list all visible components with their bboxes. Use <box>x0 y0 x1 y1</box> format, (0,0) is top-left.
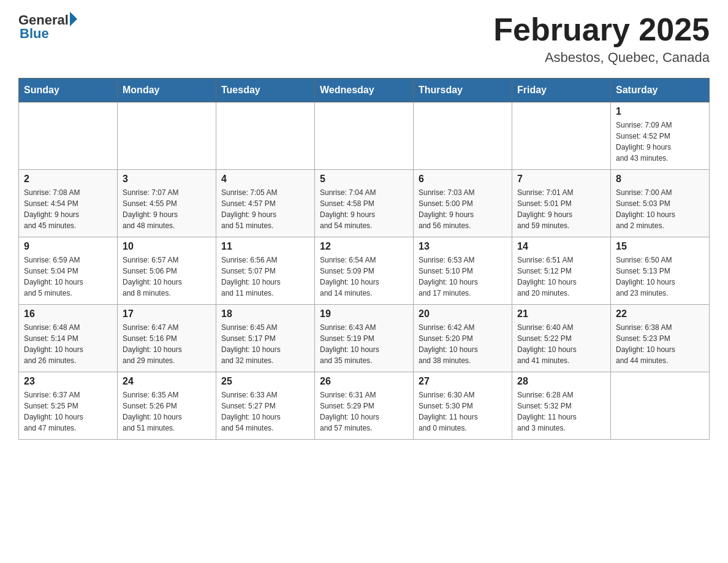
calendar-week-row-5: 23Sunrise: 6:37 AM Sunset: 5:25 PM Dayli… <box>19 372 710 440</box>
day-number: 4 <box>221 174 309 185</box>
col-wednesday: Wednesday <box>315 79 414 102</box>
calendar-cell <box>216 102 315 170</box>
day-number: 26 <box>320 376 408 387</box>
day-info: Sunrise: 6:53 AM Sunset: 5:10 PM Dayligh… <box>419 255 507 299</box>
logo-arrow-icon <box>70 12 77 26</box>
day-info: Sunrise: 7:04 AM Sunset: 4:58 PM Dayligh… <box>320 187 408 231</box>
day-info: Sunrise: 7:08 AM Sunset: 4:54 PM Dayligh… <box>24 187 112 231</box>
calendar-cell <box>512 102 611 170</box>
day-info: Sunrise: 6:37 AM Sunset: 5:25 PM Dayligh… <box>24 389 112 434</box>
calendar-cell <box>118 102 216 170</box>
day-number: 10 <box>123 241 211 252</box>
location-text: Asbestos, Quebec, Canada <box>493 50 710 66</box>
day-info: Sunrise: 6:45 AM Sunset: 5:17 PM Dayligh… <box>221 322 309 366</box>
day-number: 2 <box>24 174 112 185</box>
day-number: 19 <box>320 308 408 320</box>
month-title: February 2025 <box>493 12 710 47</box>
calendar-cell: 14Sunrise: 6:51 AM Sunset: 5:12 PM Dayli… <box>512 237 611 305</box>
day-number: 15 <box>616 241 704 252</box>
calendar-cell: 12Sunrise: 6:54 AM Sunset: 5:09 PM Dayli… <box>315 237 414 305</box>
calendar-cell: 28Sunrise: 6:28 AM Sunset: 5:32 PM Dayli… <box>512 372 611 440</box>
day-info: Sunrise: 6:35 AM Sunset: 5:26 PM Dayligh… <box>123 389 211 434</box>
day-info: Sunrise: 6:43 AM Sunset: 5:19 PM Dayligh… <box>320 322 408 366</box>
day-number: 22 <box>616 308 704 320</box>
calendar-cell: 3Sunrise: 7:07 AM Sunset: 4:55 PM Daylig… <box>118 170 216 237</box>
day-info: Sunrise: 6:42 AM Sunset: 5:20 PM Dayligh… <box>419 322 507 366</box>
day-number: 11 <box>221 241 309 252</box>
calendar-week-row-2: 2Sunrise: 7:08 AM Sunset: 4:54 PM Daylig… <box>19 170 710 237</box>
day-info: Sunrise: 6:48 AM Sunset: 5:14 PM Dayligh… <box>24 322 112 366</box>
day-number: 23 <box>24 376 112 387</box>
col-monday: Monday <box>118 79 216 102</box>
day-info: Sunrise: 6:56 AM Sunset: 5:07 PM Dayligh… <box>221 255 309 299</box>
day-info: Sunrise: 6:54 AM Sunset: 5:09 PM Dayligh… <box>320 255 408 299</box>
calendar-cell: 7Sunrise: 7:01 AM Sunset: 5:01 PM Daylig… <box>512 170 611 237</box>
calendar-cell <box>19 102 118 170</box>
day-number: 3 <box>123 174 211 185</box>
day-number: 18 <box>221 308 309 320</box>
calendar-header-row: Sunday Monday Tuesday Wednesday Thursday… <box>19 79 710 102</box>
calendar-cell: 27Sunrise: 6:30 AM Sunset: 5:30 PM Dayli… <box>414 372 512 440</box>
day-number: 28 <box>517 376 605 387</box>
day-info: Sunrise: 6:33 AM Sunset: 5:27 PM Dayligh… <box>221 389 309 434</box>
day-number: 9 <box>24 241 112 252</box>
calendar-cell: 9Sunrise: 6:59 AM Sunset: 5:04 PM Daylig… <box>19 237 118 305</box>
calendar-cell: 13Sunrise: 6:53 AM Sunset: 5:10 PM Dayli… <box>414 237 512 305</box>
calendar-cell: 1Sunrise: 7:09 AM Sunset: 4:52 PM Daylig… <box>611 102 710 170</box>
calendar-cell: 17Sunrise: 6:47 AM Sunset: 5:16 PM Dayli… <box>118 305 216 372</box>
day-info: Sunrise: 7:00 AM Sunset: 5:03 PM Dayligh… <box>616 187 704 231</box>
logo-blue-text: Blue <box>20 26 49 42</box>
calendar-cell: 25Sunrise: 6:33 AM Sunset: 5:27 PM Dayli… <box>216 372 315 440</box>
calendar-cell: 19Sunrise: 6:43 AM Sunset: 5:19 PM Dayli… <box>315 305 414 372</box>
day-number: 16 <box>24 308 112 320</box>
calendar-cell <box>414 102 512 170</box>
col-thursday: Thursday <box>414 79 512 102</box>
day-info: Sunrise: 6:31 AM Sunset: 5:29 PM Dayligh… <box>320 389 408 434</box>
day-number: 12 <box>320 241 408 252</box>
calendar-cell <box>611 372 710 440</box>
day-number: 17 <box>123 308 211 320</box>
calendar-cell <box>315 102 414 170</box>
calendar-cell: 23Sunrise: 6:37 AM Sunset: 5:25 PM Dayli… <box>19 372 118 440</box>
day-info: Sunrise: 6:50 AM Sunset: 5:13 PM Dayligh… <box>616 255 704 299</box>
day-number: 25 <box>221 376 309 387</box>
calendar-cell: 26Sunrise: 6:31 AM Sunset: 5:29 PM Dayli… <box>315 372 414 440</box>
day-info: Sunrise: 6:59 AM Sunset: 5:04 PM Dayligh… <box>24 255 112 299</box>
calendar-cell: 11Sunrise: 6:56 AM Sunset: 5:07 PM Dayli… <box>216 237 315 305</box>
calendar-cell: 24Sunrise: 6:35 AM Sunset: 5:26 PM Dayli… <box>118 372 216 440</box>
day-info: Sunrise: 6:40 AM Sunset: 5:22 PM Dayligh… <box>517 322 605 366</box>
calendar-table: Sunday Monday Tuesday Wednesday Thursday… <box>18 78 710 440</box>
calendar-cell: 2Sunrise: 7:08 AM Sunset: 4:54 PM Daylig… <box>19 170 118 237</box>
calendar-cell: 6Sunrise: 7:03 AM Sunset: 5:00 PM Daylig… <box>414 170 512 237</box>
page-header: General Blue February 2025 Asbestos, Que… <box>18 12 710 66</box>
title-block: February 2025 Asbestos, Quebec, Canada <box>493 12 710 66</box>
col-friday: Friday <box>512 79 611 102</box>
day-number: 13 <box>419 241 507 252</box>
day-info: Sunrise: 7:01 AM Sunset: 5:01 PM Dayligh… <box>517 187 605 231</box>
calendar-cell: 22Sunrise: 6:38 AM Sunset: 5:23 PM Dayli… <box>611 305 710 372</box>
day-info: Sunrise: 7:07 AM Sunset: 4:55 PM Dayligh… <box>123 187 211 231</box>
calendar-week-row-3: 9Sunrise: 6:59 AM Sunset: 5:04 PM Daylig… <box>19 237 710 305</box>
day-info: Sunrise: 6:51 AM Sunset: 5:12 PM Dayligh… <box>517 255 605 299</box>
calendar-cell: 18Sunrise: 6:45 AM Sunset: 5:17 PM Dayli… <box>216 305 315 372</box>
day-info: Sunrise: 6:57 AM Sunset: 5:06 PM Dayligh… <box>123 255 211 299</box>
calendar-cell: 4Sunrise: 7:05 AM Sunset: 4:57 PM Daylig… <box>216 170 315 237</box>
col-saturday: Saturday <box>611 79 710 102</box>
calendar-cell: 5Sunrise: 7:04 AM Sunset: 4:58 PM Daylig… <box>315 170 414 237</box>
day-number: 20 <box>419 308 507 320</box>
col-sunday: Sunday <box>19 79 118 102</box>
day-number: 14 <box>517 241 605 252</box>
day-info: Sunrise: 6:47 AM Sunset: 5:16 PM Dayligh… <box>123 322 211 366</box>
day-number: 21 <box>517 308 605 320</box>
day-info: Sunrise: 7:09 AM Sunset: 4:52 PM Dayligh… <box>616 120 704 164</box>
day-number: 6 <box>419 174 507 185</box>
day-number: 24 <box>123 376 211 387</box>
day-number: 1 <box>616 106 704 117</box>
calendar-cell: 21Sunrise: 6:40 AM Sunset: 5:22 PM Dayli… <box>512 305 611 372</box>
day-number: 27 <box>419 376 507 387</box>
calendar-cell: 15Sunrise: 6:50 AM Sunset: 5:13 PM Dayli… <box>611 237 710 305</box>
day-info: Sunrise: 6:30 AM Sunset: 5:30 PM Dayligh… <box>419 389 507 434</box>
calendar-cell: 8Sunrise: 7:00 AM Sunset: 5:03 PM Daylig… <box>611 170 710 237</box>
day-info: Sunrise: 7:05 AM Sunset: 4:57 PM Dayligh… <box>221 187 309 231</box>
day-info: Sunrise: 6:28 AM Sunset: 5:32 PM Dayligh… <box>517 389 605 434</box>
